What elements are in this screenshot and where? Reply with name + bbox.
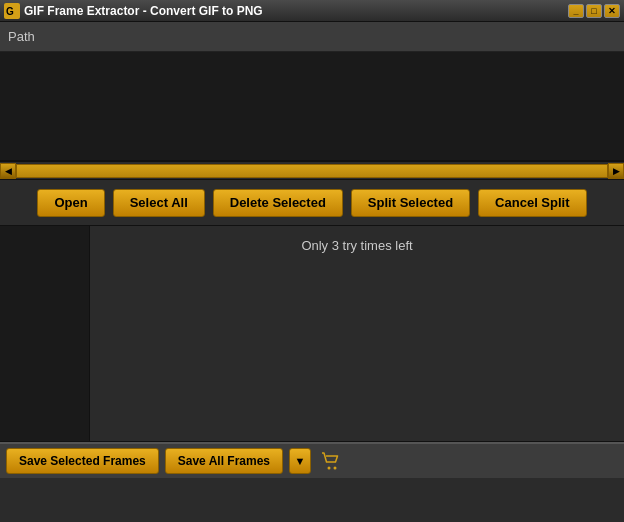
window-title: GIF Frame Extractor - Convert GIF to PNG [24,4,263,18]
open-button[interactable]: Open [37,189,104,217]
close-button[interactable]: ✕ [604,4,620,18]
app-icon: G [4,3,20,19]
bottom-bar: Save Selected Frames Save All Frames ▼ [0,442,624,478]
preview-area [0,52,624,162]
svg-point-3 [334,467,337,470]
cart-icon [320,451,340,471]
cancel-split-button[interactable]: Cancel Split [478,189,586,217]
delete-selected-button[interactable]: Delete Selected [213,189,343,217]
svg-point-2 [328,467,331,470]
buttons-row: Open Select All Delete Selected Split Se… [0,180,624,226]
scroll-left-button[interactable]: ◀ [0,163,16,179]
split-selected-button[interactable]: Split Selected [351,189,470,217]
dropdown-button[interactable]: ▼ [289,448,311,474]
content-panel: Only 3 try times left [90,226,624,441]
scroll-right-button[interactable]: ▶ [608,163,624,179]
window-controls: _ □ ✕ [568,4,620,18]
maximize-button[interactable]: □ [586,4,602,18]
title-bar-left: G GIF Frame Extractor - Convert GIF to P… [4,3,263,19]
main-content: Only 3 try times left [0,226,624,442]
path-label: Path [8,29,35,44]
svg-text:G: G [6,6,14,17]
save-selected-frames-button[interactable]: Save Selected Frames [6,448,159,474]
save-all-frames-button[interactable]: Save All Frames [165,448,283,474]
cart-icon-button[interactable] [317,448,343,474]
scroll-track[interactable] [16,164,608,178]
minimize-button[interactable]: _ [568,4,584,18]
try-times-label: Only 3 try times left [301,238,412,253]
title-bar: G GIF Frame Extractor - Convert GIF to P… [0,0,624,22]
scrollbar-container: ◀ ▶ [0,162,624,180]
path-bar: Path [0,22,624,52]
select-all-button[interactable]: Select All [113,189,205,217]
thumbnail-panel [0,226,90,441]
